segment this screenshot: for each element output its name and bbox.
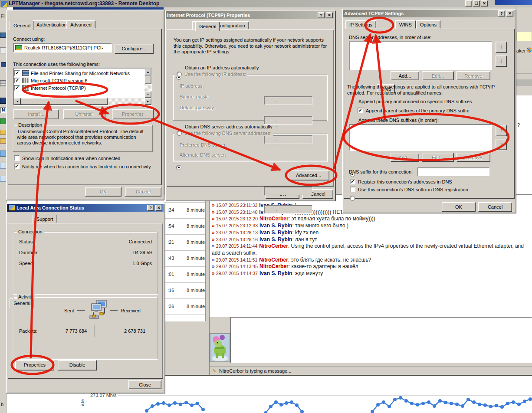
table-row[interactable]: :018 minute (164, 267, 205, 283)
use-ip-radio[interactable] (177, 72, 182, 77)
close-icon[interactable]: ✕ (326, 12, 333, 18)
item-checkbox[interactable]: ✓ (14, 78, 20, 83)
dns-suffix-field[interactable] (417, 167, 489, 176)
cancel-button[interactable]: Cancel (125, 187, 161, 197)
item-checkbox[interactable]: ✓ (14, 85, 20, 91)
close-button[interactable]: ✕ (481, 0, 488, 7)
show-icon-checkbox[interactable] (14, 155, 20, 161)
desktop-icon-fragment[interactable] (0, 47, 6, 53)
move-down-button[interactable]: ↓ (496, 56, 507, 67)
scroll-right-button[interactable]: ► (144, 98, 151, 105)
table-row[interactable]: :218 minute (164, 235, 205, 251)
table-row[interactable]: :168 minute (164, 283, 205, 299)
desktop-icon-fragment[interactable] (0, 176, 6, 182)
scrollbar-track-v[interactable] (144, 84, 151, 91)
subnet-mask-field[interactable] (264, 116, 312, 125)
suffix-add-button[interactable]: Add... (391, 153, 419, 162)
table-row[interactable]: :348 minute (164, 203, 205, 219)
desktop-icon-fragment[interactable] (1, 62, 6, 67)
chat-input[interactable] (230, 317, 532, 363)
advanced-titlebar[interactable]: Advanced TCP/IP Settings ? ✕ (343, 10, 515, 17)
suffix-edit-button[interactable]: Edit... (422, 153, 454, 162)
suffix-move-up-button[interactable]: ↑ (496, 125, 507, 136)
tcpip-titlebar[interactable]: Internet Protocol (TCP/IP) Properties ? … (166, 11, 334, 19)
use-ip-radio-row[interactable]: Use the following IP address: (175, 72, 247, 77)
lan-status-titlebar[interactable]: Local Area Connection Status ? ✕ (7, 204, 164, 212)
pencil-icon: ✎ (212, 368, 217, 374)
ip-address-field[interactable] (264, 96, 312, 105)
preferred-dns-field[interactable] (264, 187, 312, 195)
tab-ip-settings[interactable]: IP Settings (345, 20, 376, 29)
use-dns-radio[interactable] (177, 131, 182, 136)
connection-item[interactable]: ✓File and Printer Sharing for Microsoft … (14, 69, 144, 77)
cancel-button[interactable]: Cancel (478, 202, 512, 212)
desktop-icon-fragment[interactable]: N (0, 107, 6, 113)
notify-checkbox[interactable]: ✓ (14, 164, 20, 169)
suffix-remove-button[interactable]: Remove (456, 153, 490, 162)
scroll-left-button[interactable]: ◄ (14, 98, 21, 105)
tab-authentication[interactable]: Authentication (33, 20, 71, 29)
desktop-icon-fragment[interactable] (0, 33, 6, 38)
help-button[interactable]: ? (498, 10, 505, 16)
desktop-icon-fragment[interactable] (0, 163, 6, 169)
minimize-button[interactable]: _ (465, 0, 472, 7)
table-row[interactable]: :438 minute (164, 251, 205, 267)
tab-advanced[interactable]: Advanced (66, 20, 95, 29)
close-icon[interactable]: ✕ (155, 205, 162, 211)
table-row[interactable]: :368 minute (164, 299, 205, 315)
remove-button[interactable]: Remove (456, 71, 490, 80)
advanced-button[interactable]: Advanced... (288, 170, 329, 180)
scrollbar-track-h[interactable] (108, 98, 145, 105)
help-button[interactable]: ? (147, 205, 154, 211)
ok-button[interactable]: OK (85, 187, 122, 197)
desktop-icon-fragment[interactable] (0, 130, 6, 135)
message-timestamp: 23.07.2015 13:28:13 (216, 230, 258, 235)
remote-desktop-titlebar[interactable]: LPTManager - thegate.netcrowd.org:33893 … (0, 0, 532, 7)
properties-button[interactable]: Properties (112, 109, 154, 119)
desktop-icon-fragment[interactable] (0, 98, 6, 104)
tab-wins[interactable]: WINS (395, 20, 416, 29)
desktop-icon-fragment[interactable] (0, 151, 6, 157)
desktop-icon-fragment[interactable] (0, 138, 6, 144)
tab-options[interactable]: Options (416, 20, 440, 29)
obtain-dns-radio[interactable] (176, 165, 181, 170)
status-properties-button[interactable]: Properties (15, 360, 54, 370)
disable-button[interactable]: Disable (58, 360, 97, 370)
scroll-up-button[interactable]: ▲ (144, 69, 151, 75)
table-row[interactable]: :548 minute (164, 219, 205, 235)
desktop-icon-fragment[interactable] (0, 80, 6, 86)
default-gateway-field[interactable] (264, 135, 312, 144)
register-dns-checkbox[interactable]: ✓ (350, 179, 355, 184)
tab-support[interactable]: Support (33, 215, 57, 223)
status-close-button[interactable]: Close (128, 380, 161, 389)
connection-items-listbox[interactable]: ✓File and Printer Sharing for Microsoft … (13, 68, 152, 106)
item-checkbox[interactable]: ✓ (14, 70, 20, 76)
scrollbar-thumb-v[interactable] (144, 75, 151, 84)
scrollbar-thumb-h[interactable] (21, 98, 108, 105)
tab-general[interactable]: General (195, 22, 220, 31)
append-parent-checkbox[interactable]: ✓ (358, 108, 363, 113)
install-button[interactable]: Install... (13, 109, 59, 119)
uninstall-button[interactable]: Uninstall (63, 109, 105, 119)
ok-button[interactable]: OK (442, 202, 476, 212)
add-button[interactable]: Add... (391, 71, 419, 80)
configure-button[interactable]: Configure... (115, 44, 154, 54)
close-icon[interactable]: ✕ (506, 10, 513, 16)
use-dns-radio-row[interactable]: Use the following DNS server addresses: (175, 131, 273, 136)
suffix-move-down-button[interactable]: ↓ (496, 139, 507, 150)
restore-button[interactable]: ❐ (473, 0, 480, 7)
dns-servers-listbox[interactable] (349, 41, 492, 70)
connection-item[interactable]: ✓Microsoft TCP/IP version 6 (14, 77, 144, 84)
use-suffix-checkbox[interactable] (350, 187, 355, 192)
help-button[interactable]: ? (318, 12, 325, 18)
tab-general[interactable]: General (10, 21, 34, 30)
connection-item[interactable]: ✓Internet Protocol (TCP/IP) (14, 84, 144, 92)
edit-button[interactable]: Edit... (422, 71, 454, 80)
background-table: :348 minute:548 minute:218 minute:438 mi… (164, 195, 205, 321)
append-these-radio[interactable] (350, 196, 355, 201)
desktop-icon-fragment[interactable] (0, 118, 6, 124)
alternate-dns-field[interactable] (264, 205, 312, 214)
move-up-button[interactable]: ↑ (496, 42, 507, 53)
dns-suffixes-listbox[interactable] (349, 124, 492, 151)
scroll-down-button[interactable]: ▼ (144, 91, 151, 98)
